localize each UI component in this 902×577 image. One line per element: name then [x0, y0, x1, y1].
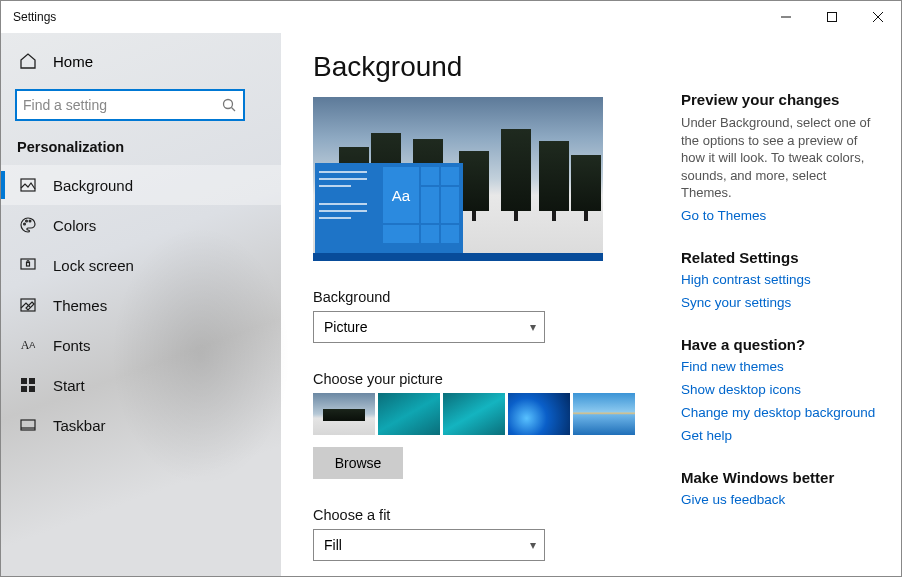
home-icon — [19, 52, 37, 70]
content-area: Background Aa — [281, 33, 681, 576]
svg-rect-11 — [27, 263, 30, 267]
sidebar-item-lock-screen[interactable]: Lock screen — [1, 245, 281, 285]
svg-rect-15 — [21, 386, 27, 392]
window-title: Settings — [13, 10, 56, 24]
sidebar-item-colors[interactable]: Colors — [1, 205, 281, 245]
choose-picture-label: Choose your picture — [313, 371, 655, 387]
desktop-preview: Aa — [313, 97, 603, 261]
fit-dropdown[interactable]: Fill ▾ — [313, 529, 545, 561]
sidebar-item-label: Start — [53, 377, 85, 394]
svg-point-9 — [29, 220, 31, 222]
preview-changes-text: Under Background, select one of the opti… — [681, 114, 877, 202]
taskbar-icon — [19, 416, 37, 434]
find-themes-link[interactable]: Find new themes — [681, 359, 877, 374]
sidebar: Home Personalization Background Colors L… — [1, 33, 281, 576]
preview-changes-heading: Preview your changes — [681, 91, 877, 108]
sidebar-item-label: Lock screen — [53, 257, 134, 274]
chevron-down-icon: ▾ — [530, 538, 536, 552]
chevron-down-icon: ▾ — [530, 320, 536, 334]
minimize-button[interactable] — [763, 1, 809, 33]
svg-line-5 — [232, 108, 236, 112]
sidebar-item-label: Taskbar — [53, 417, 106, 434]
sidebar-item-fonts[interactable]: AA Fonts — [1, 325, 281, 365]
sidebar-item-background[interactable]: Background — [1, 165, 281, 205]
start-menu-preview: Aa — [315, 163, 463, 255]
search-box[interactable] — [15, 89, 245, 121]
high-contrast-link[interactable]: High contrast settings — [681, 272, 877, 287]
related-settings-heading: Related Settings — [681, 249, 877, 266]
background-type-dropdown[interactable]: Picture ▾ — [313, 311, 545, 343]
sidebar-item-label: Background — [53, 177, 133, 194]
sidebar-item-label: Fonts — [53, 337, 91, 354]
sidebar-item-label: Colors — [53, 217, 96, 234]
get-help-link[interactable]: Get help — [681, 428, 877, 443]
sample-text-tile: Aa — [383, 167, 419, 223]
search-input[interactable] — [23, 97, 221, 113]
picture-thumb-1[interactable] — [313, 393, 375, 435]
start-icon — [19, 376, 37, 394]
maximize-button[interactable] — [809, 1, 855, 33]
sidebar-item-start[interactable]: Start — [1, 365, 281, 405]
svg-rect-13 — [21, 378, 27, 384]
have-question-heading: Have a question? — [681, 336, 877, 353]
sidebar-home[interactable]: Home — [1, 41, 281, 81]
go-to-themes-link[interactable]: Go to Themes — [681, 208, 877, 223]
background-type-value: Picture — [324, 319, 368, 335]
taskbar-preview — [313, 253, 603, 261]
picture-thumb-4[interactable] — [508, 393, 570, 435]
svg-point-8 — [26, 220, 28, 222]
background-type-label: Background — [313, 289, 655, 305]
fonts-icon: AA — [19, 336, 37, 354]
svg-point-7 — [24, 223, 26, 225]
sidebar-home-label: Home — [53, 53, 93, 70]
close-button[interactable] — [855, 1, 901, 33]
svg-point-4 — [224, 100, 233, 109]
change-background-link[interactable]: Change my desktop background — [681, 405, 877, 420]
choose-fit-label: Choose a fit — [313, 507, 655, 523]
picture-thumbnails — [313, 393, 655, 435]
picture-thumb-3[interactable] — [443, 393, 505, 435]
fit-value: Fill — [324, 537, 342, 553]
give-feedback-link[interactable]: Give us feedback — [681, 492, 877, 507]
browse-button[interactable]: Browse — [313, 447, 403, 479]
themes-icon — [19, 296, 37, 314]
palette-icon — [19, 216, 37, 234]
sync-settings-link[interactable]: Sync your settings — [681, 295, 877, 310]
svg-rect-16 — [29, 386, 35, 392]
picture-thumb-2[interactable] — [378, 393, 440, 435]
svg-rect-14 — [29, 378, 35, 384]
sidebar-item-label: Themes — [53, 297, 107, 314]
picture-icon — [19, 176, 37, 194]
right-column: Preview your changes Under Background, s… — [681, 33, 901, 576]
sidebar-section-title: Personalization — [1, 135, 281, 165]
page-title: Background — [313, 51, 655, 83]
search-icon — [221, 97, 237, 113]
sidebar-item-taskbar[interactable]: Taskbar — [1, 405, 281, 445]
show-desktop-icons-link[interactable]: Show desktop icons — [681, 382, 877, 397]
picture-thumb-5[interactable] — [573, 393, 635, 435]
lock-screen-icon — [19, 256, 37, 274]
make-windows-better-heading: Make Windows better — [681, 469, 877, 486]
sidebar-item-themes[interactable]: Themes — [1, 285, 281, 325]
window-controls — [763, 1, 901, 33]
svg-rect-1 — [828, 13, 837, 22]
